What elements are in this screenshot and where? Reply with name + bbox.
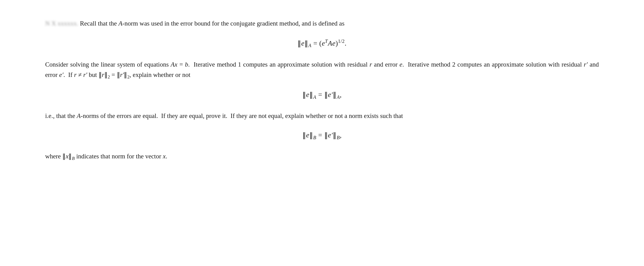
x-label: x xyxy=(163,153,165,160)
equation-2: ‖e‖A = ‖e′‖A, xyxy=(45,89,599,101)
A-norm-label: A xyxy=(77,112,81,119)
eq1-content: ‖e‖A = (eTAe)1/2. xyxy=(298,37,346,50)
r-prime-var: r′ xyxy=(584,61,588,68)
equation-1: ‖e‖A = (eTAe)1/2. xyxy=(45,37,599,50)
r-var: r xyxy=(370,61,372,68)
eq2-content: ‖e‖A = ‖e′‖A, xyxy=(302,89,342,101)
x-var: x xyxy=(66,153,68,160)
Ax-eq-b: Ax xyxy=(171,61,177,68)
eq3-content: ‖e‖B = ‖e′‖B, xyxy=(302,130,342,141)
page-content: N X xxxxxx. Recall that the A-norm was u… xyxy=(33,12,611,176)
r-neq-rprime: r xyxy=(74,71,76,78)
equation-3: ‖e‖B = ‖e′‖B, xyxy=(45,130,599,141)
problem-number: N X xxxxxx. xyxy=(45,20,78,27)
paragraph-4: where ‖x‖B indicates that norm for the v… xyxy=(45,151,599,162)
e-var: e xyxy=(399,61,402,68)
paragraph-1: N X xxxxxx. Recall that the A-norm was u… xyxy=(45,18,599,29)
paragraph-2: Consider solving the linear system of eq… xyxy=(45,59,599,81)
A-italic: A xyxy=(118,20,122,27)
paragraph-3: i.e., that the A-norms of the errors are… xyxy=(45,111,599,121)
e-prime-var: e′ xyxy=(59,71,64,78)
intro-text: Recall that the xyxy=(80,20,117,27)
